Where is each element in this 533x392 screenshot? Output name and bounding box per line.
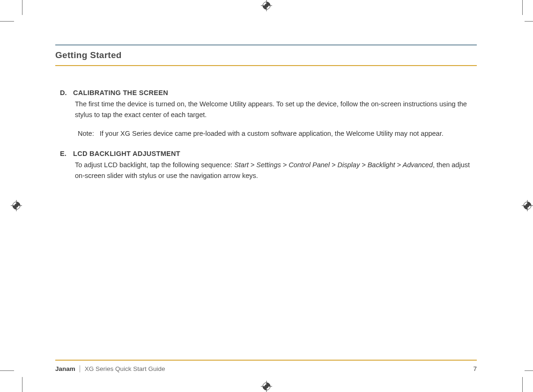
body-content: D. CALIBRATING THE SCREEN The first time… [55, 88, 477, 181]
crop-mark [0, 21, 14, 22]
section-e: E. LCD BACKLIGHT ADJUSTMENT To adjust LC… [60, 148, 477, 181]
page-number: 7 [473, 365, 477, 372]
crop-mark [525, 370, 533, 371]
note-row: Note: If your XG Series device came pre-… [60, 128, 477, 139]
body-text: To adjust LCD backlight, tap the followi… [75, 161, 234, 169]
crop-mark [22, 377, 22, 392]
footer-left: Janam XG Series Quick Start Guide [55, 365, 165, 372]
section-heading: LCD BACKLIGHT ADJUSTMENT [73, 150, 180, 157]
divider-footer [55, 360, 477, 361]
registration-mark-icon [261, 0, 272, 11]
guide-name: XG Series Quick Start Guide [85, 365, 165, 372]
section-d: D. CALIBRATING THE SCREEN The first time… [60, 88, 477, 139]
menu-path: Start > Settings > Control Panel > Displ… [234, 161, 433, 169]
registration-mark-icon [522, 200, 533, 211]
section-body: To adjust LCD backlight, tap the followi… [60, 160, 477, 181]
registration-mark-icon [11, 200, 22, 211]
list-marker: D. [60, 88, 71, 98]
section-body: The first time the device is turned on, … [60, 99, 477, 120]
registration-mark-icon [261, 381, 272, 392]
page-content: Getting Started D. CALIBRATING THE SCREE… [55, 44, 477, 372]
divider-accent [55, 65, 477, 66]
list-marker: E. [60, 148, 71, 159]
note-label: Note: [78, 130, 94, 137]
page-footer: Janam XG Series Quick Start Guide 7 [55, 360, 477, 372]
note-body: If your XG Series device came pre-loaded… [100, 130, 444, 137]
crop-mark [525, 21, 533, 22]
crop-mark [22, 0, 22, 15]
crop-mark [522, 0, 523, 15]
brand-name: Janam [55, 365, 80, 372]
section-heading: CALIBRATING THE SCREEN [73, 89, 168, 96]
crop-mark [0, 370, 14, 371]
crop-mark [522, 377, 523, 392]
divider-top [55, 44, 477, 45]
section-title: Getting Started [55, 50, 477, 60]
